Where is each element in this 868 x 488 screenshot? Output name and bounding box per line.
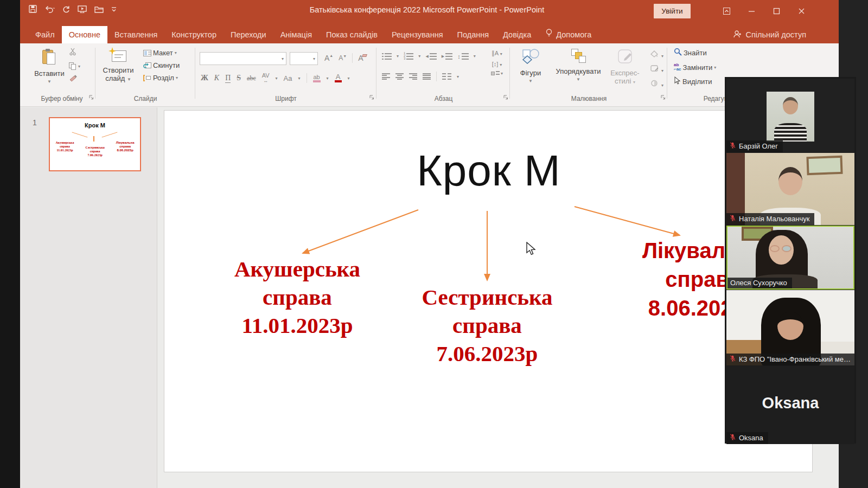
align-center-icon[interactable] (395, 73, 404, 80)
tab-home[interactable]: Основне (62, 26, 107, 43)
titlebar: Батьківська конференція 2022 Microsoft P… (20, 0, 839, 43)
tab-file[interactable]: Файл (28, 26, 62, 43)
slide-text-nursing[interactable]: Сестринська справа 7.06.2023р (403, 283, 571, 368)
shape-fill-icon[interactable]: ▾ (650, 50, 663, 60)
minimize-icon[interactable] (739, 0, 764, 22)
ribbon-display-options-icon[interactable] (714, 0, 739, 22)
change-case-button[interactable]: Aa (284, 74, 292, 82)
mouse-cursor (525, 242, 537, 256)
participant-name-label: Oksana (726, 432, 768, 444)
tab-transitions[interactable]: Переходи (224, 26, 273, 43)
participant-tile[interactable]: Барзій Олег (726, 79, 854, 152)
close-icon[interactable] (789, 0, 814, 22)
select-button[interactable]: Виділити (674, 76, 716, 87)
participant-name-label: Наталія Мальованчук (726, 213, 814, 225)
layout-button[interactable]: Макет▾ (143, 49, 180, 57)
share-button[interactable]: Спільний доступ (733, 26, 806, 43)
find-button[interactable]: Знайти (674, 48, 716, 58)
participant-tile[interactable]: Наталія Мальованчук (726, 153, 854, 225)
quick-styles-icon (608, 49, 642, 66)
window-title: Батьківська конференція 2022 Microsoft P… (183, 5, 671, 14)
participant-tile-video-off[interactable]: Oksana Oksana (726, 366, 854, 444)
slide-text-obstetrics[interactable]: Акушерська справа 11.01.2023р (213, 255, 381, 339)
grow-font-icon[interactable]: A▲ (324, 54, 333, 62)
participant-display-name: Oksana (726, 394, 854, 412)
justify-icon[interactable] (423, 73, 431, 80)
arrange-button[interactable]: Упорядкувати ▼ (550, 48, 607, 84)
slides-group-label: Слайди (97, 95, 194, 102)
underline-button[interactable]: П (225, 74, 231, 83)
ribbon-tabs: Файл Основне Вставлення Конструктор Пере… (28, 26, 598, 43)
participant-tile-active-speaker[interactable]: Олеся Сухоручко (726, 226, 854, 290)
start-slideshow-icon[interactable] (77, 4, 87, 14)
shape-outline-icon[interactable]: ▾ (650, 65, 663, 74)
quick-styles-button[interactable]: Експрес- стилі ▾ (608, 48, 642, 86)
convert-smartart-icon[interactable]: ▾ (491, 71, 503, 76)
tab-insert[interactable]: Вставлення (107, 26, 164, 43)
italic-button[interactable]: К (214, 74, 219, 82)
character-spacing-button[interactable]: AV↔ (262, 73, 270, 84)
tab-review[interactable]: Рецензування (385, 26, 450, 43)
reset-button[interactable]: Скинути (143, 61, 180, 69)
clear-formatting-icon[interactable]: A (358, 54, 363, 62)
slide-title-text[interactable]: Крок М (326, 146, 652, 196)
paste-button[interactable]: Вставити ▼ (33, 48, 66, 86)
copy-icon[interactable]: ▾ (69, 62, 80, 70)
cut-icon[interactable] (69, 48, 80, 57)
window-controls (714, 0, 814, 22)
customize-qat-icon[interactable] (111, 5, 117, 13)
clipboard-dialog-launcher-icon[interactable] (89, 92, 94, 102)
text-direction-icon[interactable]: ∥A ▾ (492, 50, 502, 57)
numbering-icon[interactable]: 123 (404, 52, 413, 60)
align-text-icon[interactable]: [↕] ▾ (492, 61, 502, 67)
columns-icon[interactable] (442, 73, 451, 80)
drawing-dialog-launcher-icon[interactable] (661, 92, 666, 102)
align-left-icon[interactable] (382, 73, 390, 80)
participant-tile[interactable]: КЗ ФПО "Івано-Франківський ме… (726, 290, 854, 365)
highlight-color-button[interactable]: ab (313, 74, 321, 82)
bullets-icon[interactable] (382, 53, 392, 60)
bold-button[interactable]: Ж (201, 74, 208, 82)
mic-muted-icon (729, 142, 736, 151)
mic-muted-icon (729, 214, 736, 223)
meeting-participants-panel[interactable]: Барзій Олег Наталія Мальованчук (725, 77, 856, 444)
mic-muted-icon (729, 355, 736, 364)
tab-help[interactable]: Довідка (496, 26, 538, 43)
slide-thumbnail[interactable]: Крок М Акушерськасправа11.01.2023р Сестр… (49, 117, 141, 171)
drawing-group-label: Малювання (511, 95, 667, 102)
tab-animations[interactable]: Анімація (273, 26, 319, 43)
tab-assistant[interactable]: Допомога (538, 26, 598, 43)
sign-in-button[interactable]: Увійти (654, 4, 691, 18)
shape-effects-icon[interactable]: ▾ (650, 79, 663, 89)
clipboard-group-label: Буфер обміну (30, 95, 94, 102)
maximize-icon[interactable] (764, 0, 789, 22)
line-spacing-icon[interactable]: ↕ (457, 53, 469, 60)
slide-thumbnails-panel: 1 Крок М Акушерськасправа11.01.2023р Сес… (20, 107, 157, 488)
text-shadow-button[interactable]: abc (247, 74, 256, 82)
strikethrough-button[interactable]: S (237, 74, 241, 82)
paste-icon (42, 49, 56, 66)
tab-slideshow[interactable]: Показ слайдів (319, 26, 385, 43)
shrink-font-icon[interactable]: A▼ (339, 54, 347, 62)
font-color-button[interactable]: A (335, 74, 342, 82)
slide-canvas[interactable]: Крок М Акушерська справа 11.01.2023р Сес… (164, 110, 813, 472)
font-name-combo[interactable]: ▾ (200, 52, 286, 65)
paragraph-dialog-launcher-icon[interactable] (503, 92, 508, 102)
increase-indent-icon[interactable]: ▶ (442, 53, 452, 60)
tab-design[interactable]: Конструктор (164, 26, 224, 43)
font-dialog-launcher-icon[interactable] (369, 92, 374, 102)
save-icon[interactable] (28, 4, 37, 14)
redo-icon[interactable] (61, 4, 71, 14)
open-folder-icon[interactable] (94, 5, 104, 14)
tab-view[interactable]: Подання (450, 26, 496, 43)
align-right-icon[interactable] (409, 73, 417, 80)
undo-icon[interactable] (44, 4, 55, 14)
font-size-combo[interactable]: ▾ (290, 52, 318, 65)
clipboard-group: Вставити ▼ ▾ (30, 46, 94, 104)
format-painter-icon[interactable] (69, 75, 80, 85)
shapes-button[interactable]: Фігури ▼ (513, 48, 548, 85)
decrease-indent-icon[interactable]: ◀ (425, 53, 436, 60)
section-button[interactable]: Розділ▾ (143, 74, 180, 82)
replace-button[interactable]: ab⌐ac Замінити▾ (674, 63, 716, 72)
new-slide-button[interactable]: Створити слайд ▼ (98, 48, 139, 84)
